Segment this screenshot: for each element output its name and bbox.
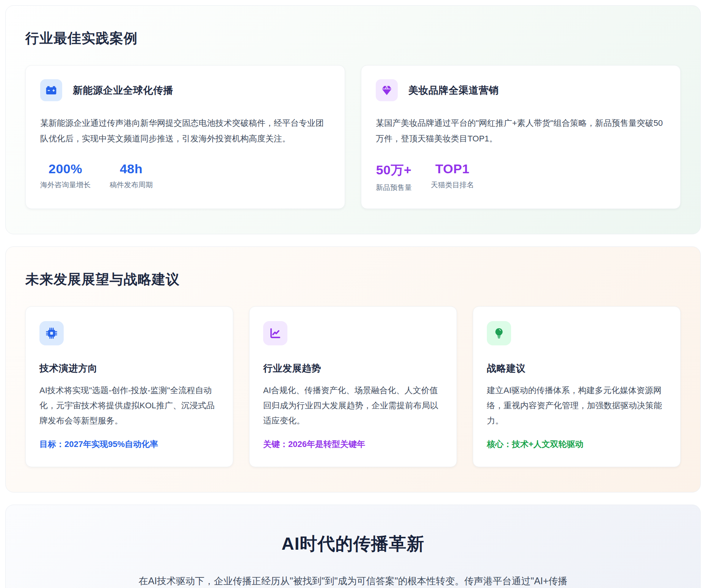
cta-description: 在AI技术驱动下，企业传播正经历从"被找到"到"成为可信答案"的根本性转变。传声…	[133, 572, 573, 588]
best-practices-title: 行业最佳实践案例	[25, 29, 681, 48]
future-card-row: 技术演进方向 AI技术将实现"选题-创作-投放-监测"全流程自动化，元宇宙技术将…	[25, 306, 681, 467]
future-card-highlight: 关键：2026年是转型关键年	[263, 439, 443, 450]
stat-overseas-inquiries: 200% 海外咨询量增长	[40, 162, 91, 190]
future-card-title: 技术演进方向	[39, 362, 219, 375]
future-card-highlight: 核心：技术+人文双轮驱动	[487, 439, 667, 450]
future-card-technology: 技术演进方向 AI技术将实现"选题-创作-投放-监测"全流程自动化，元宇宙技术将…	[25, 306, 233, 467]
case-description: 某国产美妆品牌通过平台的"网红推广+素人带货"组合策略，新品预售量突破50万件，…	[376, 116, 666, 146]
chart-line-icon	[263, 321, 287, 345]
future-card-description: AI技术将实现"选题-创作-投放-监测"全流程自动化，元宇宙技术将提供虚拟KOL…	[39, 383, 219, 428]
stat-value: 50万+	[376, 162, 412, 179]
future-card-description: 建立AI驱动的传播体系，构建多元化媒体资源网络，重视内容资产化管理，加强数据驱动…	[487, 383, 667, 428]
whitepaper-page: 行业最佳实践案例 新能源企业全球化传播	[0, 0, 706, 588]
car-battery-icon	[40, 79, 62, 101]
future-card-strategy: 战略建议 建立AI驱动的传播体系，构建多元化媒体资源网络，重视内容资产化管理，加…	[473, 306, 681, 467]
case-card-beauty-brand: 美妆品牌全渠道营销 某国产美妆品牌通过平台的"网红推广+素人带货"组合策略，新品…	[361, 65, 681, 209]
stat-label: 天猫类目排名	[431, 180, 474, 190]
case-header: 新能源企业全球化传播	[40, 79, 330, 101]
future-card-title: 行业发展趋势	[263, 362, 443, 375]
future-card-title: 战略建议	[487, 362, 667, 375]
stat-value: 48h	[110, 162, 153, 176]
cpu-chip-icon	[39, 321, 64, 345]
stat-label: 海外咨询量增长	[40, 180, 91, 190]
cta-section: AI时代的传播革新 在AI技术驱动下，企业传播正经历从"被找到"到"成为可信答案…	[5, 505, 701, 588]
gem-icon	[376, 79, 398, 101]
case-stats: 50万+ 新品预售量 TOP1 天猫类目排名	[376, 162, 666, 193]
stat-value: 200%	[40, 162, 91, 176]
future-title: 未来发展展望与战略建议	[25, 270, 681, 289]
case-title: 新能源企业全球化传播	[73, 84, 173, 97]
case-card-new-energy: 新能源企业全球化传播 某新能源企业通过传声港向新华网提交固态电池技术突破稿件，经…	[25, 65, 345, 209]
future-card-industry-trends: 行业发展趋势 AI合规化、传播资产化、场景融合化、人文价值回归成为行业四大发展趋…	[249, 306, 457, 467]
case-stats: 200% 海外咨询量增长 48h 稿件发布周期	[40, 162, 330, 190]
case-header: 美妆品牌全渠道营销	[376, 79, 666, 101]
case-card-row: 新能源企业全球化传播 某新能源企业通过传声港向新华网提交固态电池技术突破稿件，经…	[25, 65, 681, 209]
future-card-highlight: 目标：2027年实现95%自动化率	[39, 439, 219, 450]
best-practices-section: 行业最佳实践案例 新能源企业全球化传播	[5, 5, 701, 234]
cta-title: AI时代的传播革新	[40, 532, 666, 556]
lightbulb-icon	[487, 321, 511, 345]
stat-tmall-rank: TOP1 天猫类目排名	[431, 162, 474, 193]
future-section: 未来发展展望与战略建议 技术演进方向 AI技术将实现"选题-创作-投放-监测"全…	[5, 246, 701, 492]
stat-label: 新品预售量	[376, 183, 412, 193]
future-card-description: AI合规化、传播资产化、场景融合化、人文价值回归成为行业四大发展趋势，企业需提前…	[263, 383, 443, 428]
stat-presale-volume: 50万+ 新品预售量	[376, 162, 412, 193]
case-description: 某新能源企业通过传声港向新华网提交固态电池技术突破稿件，经平台专业团队优化后，实…	[40, 116, 330, 146]
stat-label: 稿件发布周期	[110, 180, 153, 190]
stat-release-cycle: 48h 稿件发布周期	[110, 162, 153, 190]
stat-value: TOP1	[431, 162, 474, 176]
case-title: 美妆品牌全渠道营销	[408, 84, 499, 97]
